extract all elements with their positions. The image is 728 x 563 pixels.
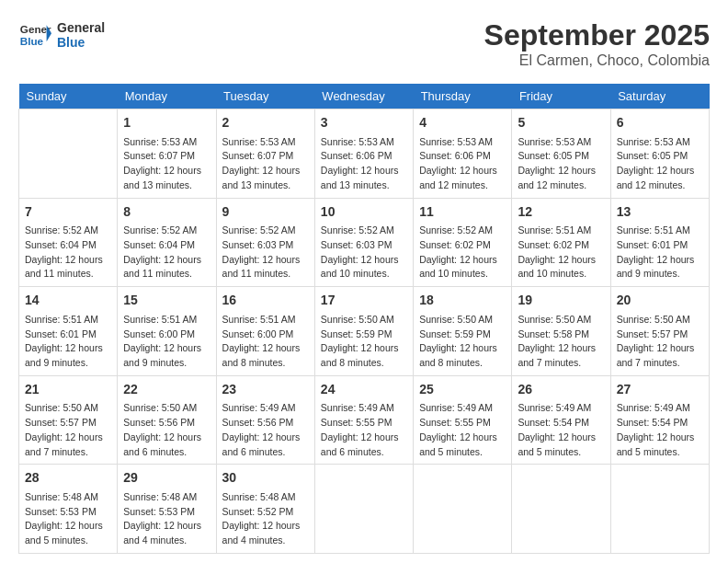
day-info: Sunrise: 5:52 AMSunset: 6:03 PMDaylight:… [321, 224, 407, 282]
calendar-cell: 22Sunrise: 5:50 AMSunset: 5:56 PMDayligh… [118, 375, 216, 465]
calendar-cell: 21Sunrise: 5:50 AMSunset: 5:57 PMDayligh… [19, 375, 118, 465]
location-title: El Carmen, Choco, Colombia [484, 52, 710, 69]
calendar-cell: 24Sunrise: 5:49 AMSunset: 5:55 PMDayligh… [314, 375, 413, 465]
calendar-cell [19, 109, 118, 199]
calendar-cell: 1Sunrise: 5:53 AMSunset: 6:07 PMDaylight… [118, 109, 216, 199]
day-number: 28 [25, 469, 111, 488]
week-row-2: 7Sunrise: 5:52 AMSunset: 6:04 PMDaylight… [19, 198, 710, 287]
day-number: 21 [25, 381, 111, 399]
day-info: Sunrise: 5:48 AMSunset: 5:53 PMDaylight:… [123, 490, 210, 548]
calendar-cell: 27Sunrise: 5:49 AMSunset: 5:54 PMDayligh… [610, 375, 709, 465]
day-number: 16 [222, 292, 309, 310]
day-info: Sunrise: 5:49 AMSunset: 5:54 PMDaylight:… [518, 401, 604, 459]
day-number: 8 [123, 203, 210, 222]
calendar-cell: 15Sunrise: 5:51 AMSunset: 6:00 PMDayligh… [118, 287, 216, 376]
day-info: Sunrise: 5:50 AMSunset: 5:58 PMDaylight:… [518, 313, 604, 371]
day-info: Sunrise: 5:50 AMSunset: 5:57 PMDaylight:… [617, 313, 703, 371]
calendar-cell: 4Sunrise: 5:53 AMSunset: 6:06 PMDaylight… [414, 109, 512, 199]
calendar-cell: 19Sunrise: 5:50 AMSunset: 5:58 PMDayligh… [512, 287, 610, 376]
logo-general: General [57, 20, 105, 35]
calendar-cell: 26Sunrise: 5:49 AMSunset: 5:54 PMDayligh… [512, 375, 610, 465]
day-number: 23 [222, 381, 309, 399]
logo: General Blue General Blue [18, 18, 105, 52]
weekday-header-saturday: Saturday [610, 84, 709, 109]
header: General Blue General Blue September 2025… [18, 18, 710, 69]
day-info: Sunrise: 5:53 AMSunset: 6:05 PMDaylight:… [617, 135, 703, 193]
day-info: Sunrise: 5:53 AMSunset: 6:06 PMDaylight:… [419, 135, 506, 193]
calendar-cell: 30Sunrise: 5:48 AMSunset: 5:52 PMDayligh… [216, 465, 314, 554]
day-info: Sunrise: 5:53 AMSunset: 6:05 PMDaylight:… [518, 135, 604, 193]
day-info: Sunrise: 5:53 AMSunset: 6:07 PMDaylight:… [123, 135, 210, 193]
calendar-cell: 6Sunrise: 5:53 AMSunset: 6:05 PMDaylight… [610, 109, 709, 199]
day-info: Sunrise: 5:52 AMSunset: 6:04 PMDaylight:… [25, 224, 111, 282]
week-row-1: 1Sunrise: 5:53 AMSunset: 6:07 PMDaylight… [19, 109, 710, 199]
day-number: 14 [25, 292, 111, 310]
day-number: 1 [123, 114, 210, 132]
weekday-header-sunday: Sunday [19, 84, 118, 109]
day-number: 18 [419, 292, 506, 310]
calendar-cell: 23Sunrise: 5:49 AMSunset: 5:56 PMDayligh… [216, 375, 314, 465]
day-number: 19 [518, 292, 604, 310]
day-info: Sunrise: 5:51 AMSunset: 6:02 PMDaylight:… [518, 224, 604, 282]
title-section: September 2025 El Carmen, Choco, Colombi… [484, 18, 710, 69]
day-info: Sunrise: 5:49 AMSunset: 5:56 PMDaylight:… [222, 401, 309, 459]
day-info: Sunrise: 5:51 AMSunset: 6:01 PMDaylight:… [617, 224, 703, 282]
weekday-header-tuesday: Tuesday [216, 84, 314, 109]
calendar-cell: 25Sunrise: 5:49 AMSunset: 5:55 PMDayligh… [414, 375, 512, 465]
weekday-header-thursday: Thursday [414, 84, 512, 109]
day-info: Sunrise: 5:48 AMSunset: 5:52 PMDaylight:… [222, 490, 309, 548]
day-number: 2 [222, 114, 309, 132]
day-number: 24 [321, 381, 407, 399]
day-number: 7 [25, 203, 111, 222]
calendar-cell: 28Sunrise: 5:48 AMSunset: 5:53 PMDayligh… [19, 465, 118, 554]
calendar-cell [610, 465, 709, 554]
calendar-cell: 16Sunrise: 5:51 AMSunset: 6:00 PMDayligh… [216, 287, 314, 376]
month-title: September 2025 [484, 18, 710, 52]
day-info: Sunrise: 5:52 AMSunset: 6:02 PMDaylight:… [419, 224, 506, 282]
calendar-cell: 11Sunrise: 5:52 AMSunset: 6:02 PMDayligh… [414, 198, 512, 287]
calendar-cell: 8Sunrise: 5:52 AMSunset: 6:04 PMDaylight… [118, 198, 216, 287]
day-info: Sunrise: 5:49 AMSunset: 5:54 PMDaylight:… [617, 401, 703, 459]
calendar-cell: 7Sunrise: 5:52 AMSunset: 6:04 PMDaylight… [19, 198, 118, 287]
day-number: 5 [518, 114, 604, 132]
week-row-3: 14Sunrise: 5:51 AMSunset: 6:01 PMDayligh… [19, 287, 710, 376]
calendar-cell: 2Sunrise: 5:53 AMSunset: 6:07 PMDaylight… [216, 109, 314, 199]
calendar-cell [314, 465, 413, 554]
calendar-cell: 3Sunrise: 5:53 AMSunset: 6:06 PMDaylight… [314, 109, 413, 199]
calendar-cell: 18Sunrise: 5:50 AMSunset: 5:59 PMDayligh… [414, 287, 512, 376]
day-number: 22 [123, 381, 210, 399]
week-row-4: 21Sunrise: 5:50 AMSunset: 5:57 PMDayligh… [19, 375, 710, 465]
day-number: 20 [617, 292, 703, 310]
day-number: 30 [222, 469, 309, 488]
day-number: 29 [123, 469, 210, 488]
logo-blue: Blue [57, 35, 105, 50]
day-info: Sunrise: 5:49 AMSunset: 5:55 PMDaylight:… [419, 401, 506, 459]
day-info: Sunrise: 5:53 AMSunset: 6:07 PMDaylight:… [222, 135, 309, 193]
day-number: 27 [617, 381, 703, 399]
day-info: Sunrise: 5:50 AMSunset: 5:59 PMDaylight:… [321, 313, 407, 371]
day-info: Sunrise: 5:53 AMSunset: 6:06 PMDaylight:… [321, 135, 407, 193]
calendar-cell: 10Sunrise: 5:52 AMSunset: 6:03 PMDayligh… [314, 198, 413, 287]
calendar-cell: 5Sunrise: 5:53 AMSunset: 6:05 PMDaylight… [512, 109, 610, 199]
day-info: Sunrise: 5:51 AMSunset: 6:01 PMDaylight:… [25, 313, 111, 371]
weekday-header-friday: Friday [512, 84, 610, 109]
day-number: 9 [222, 203, 309, 222]
day-info: Sunrise: 5:52 AMSunset: 6:03 PMDaylight:… [222, 224, 309, 282]
day-info: Sunrise: 5:50 AMSunset: 5:59 PMDaylight:… [419, 313, 506, 371]
day-info: Sunrise: 5:52 AMSunset: 6:04 PMDaylight:… [123, 224, 210, 282]
weekday-header-row: SundayMondayTuesdayWednesdayThursdayFrid… [19, 84, 710, 109]
day-info: Sunrise: 5:49 AMSunset: 5:55 PMDaylight:… [321, 401, 407, 459]
day-info: Sunrise: 5:50 AMSunset: 5:57 PMDaylight:… [25, 401, 111, 459]
day-number: 26 [518, 381, 604, 399]
day-number: 3 [321, 114, 407, 132]
calendar-cell: 29Sunrise: 5:48 AMSunset: 5:53 PMDayligh… [118, 465, 216, 554]
day-info: Sunrise: 5:51 AMSunset: 6:00 PMDaylight:… [222, 313, 309, 371]
calendar-cell [414, 465, 512, 554]
calendar-cell: 9Sunrise: 5:52 AMSunset: 6:03 PMDaylight… [216, 198, 314, 287]
svg-text:Blue: Blue [20, 35, 44, 47]
day-number: 13 [617, 203, 703, 222]
day-number: 10 [321, 203, 407, 222]
day-number: 4 [419, 114, 506, 132]
day-number: 15 [123, 292, 210, 310]
day-info: Sunrise: 5:48 AMSunset: 5:53 PMDaylight:… [25, 490, 111, 548]
